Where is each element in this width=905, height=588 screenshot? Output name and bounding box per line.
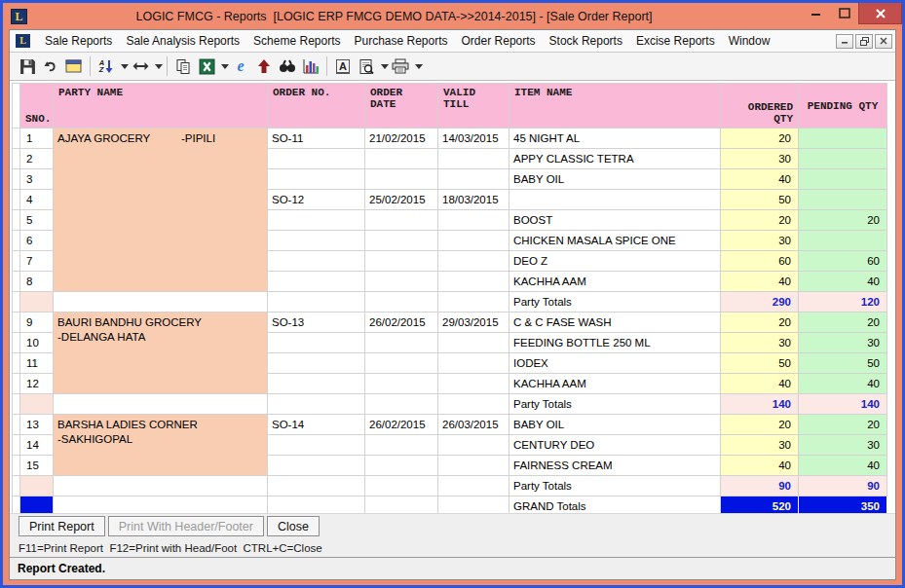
menu-stock-reports[interactable]: Stock Reports bbox=[543, 31, 629, 51]
pending-qty-cell[interactable] bbox=[799, 190, 887, 210]
order-no-cell[interactable] bbox=[268, 353, 365, 374]
item-name-cell[interactable]: BOOST bbox=[509, 210, 721, 231]
order-date-cell[interactable] bbox=[365, 149, 438, 169]
sno-cell[interactable]: 12 bbox=[20, 374, 54, 394]
sno-cell[interactable]: 9 bbox=[20, 312, 54, 333]
valid-till-cell[interactable]: 29/03/2015 bbox=[438, 312, 509, 333]
ordered-qty-cell[interactable]: 40 bbox=[721, 456, 799, 476]
ordered-qty-cell[interactable]: 50 bbox=[721, 190, 799, 210]
column-width-icon[interactable] bbox=[129, 55, 152, 78]
mdi-restore-icon[interactable] bbox=[855, 34, 873, 49]
sno-cell[interactable]: 14 bbox=[20, 435, 54, 456]
valid-till-cell[interactable] bbox=[438, 210, 509, 231]
ordered-qty-cell[interactable]: 20 bbox=[721, 210, 799, 231]
menu-excise-reports[interactable]: Excise Reports bbox=[629, 31, 722, 51]
sort-az-icon[interactable]: AZ bbox=[94, 55, 118, 78]
order-date-cell[interactable] bbox=[365, 251, 438, 272]
menu-sale-reports[interactable]: Sale Reports bbox=[38, 31, 119, 51]
valid-till-cell[interactable] bbox=[438, 456, 509, 476]
ordered-qty-cell[interactable]: 30 bbox=[721, 231, 799, 251]
maximize-icon[interactable] bbox=[830, 3, 858, 24]
print-preview-icon[interactable] bbox=[355, 55, 378, 78]
order-no-cell[interactable] bbox=[268, 251, 365, 272]
print-icon[interactable] bbox=[389, 55, 412, 78]
pending-qty-cell[interactable]: 40 bbox=[799, 272, 887, 292]
order-no-cell[interactable]: SO-12 bbox=[268, 190, 365, 210]
order-date-cell[interactable] bbox=[365, 435, 438, 456]
order-date-cell[interactable] bbox=[365, 169, 438, 190]
ordered-qty-cell[interactable]: 40 bbox=[721, 272, 799, 292]
order-date-cell[interactable]: 26/02/2015 bbox=[365, 415, 438, 435]
menu-scheme-reports[interactable]: Scheme Reports bbox=[246, 31, 347, 51]
item-name-cell[interactable]: CENTURY DEO bbox=[509, 435, 721, 456]
ordered-qty-cell[interactable]: 20 bbox=[721, 415, 799, 435]
order-no-cell[interactable] bbox=[268, 210, 365, 231]
order-date-cell[interactable] bbox=[365, 333, 438, 353]
sno-cell[interactable]: 15 bbox=[20, 456, 54, 476]
order-date-cell[interactable]: 21/02/2015 bbox=[365, 129, 438, 149]
pending-qty-cell[interactable]: 40 bbox=[799, 374, 887, 394]
order-no-cell[interactable] bbox=[268, 231, 365, 251]
valid-till-cell[interactable] bbox=[438, 231, 509, 251]
pending-qty-cell[interactable]: 40 bbox=[799, 456, 887, 476]
ordered-qty-cell[interactable]: 30 bbox=[721, 333, 799, 353]
sno-cell[interactable]: 7 bbox=[20, 251, 54, 272]
order-date-cell[interactable]: 26/02/2015 bbox=[365, 312, 438, 333]
item-name-cell[interactable] bbox=[509, 190, 721, 210]
item-name-cell[interactable]: FAIRNESS CREAM bbox=[509, 456, 721, 476]
valid-till-cell[interactable] bbox=[438, 353, 509, 374]
ordered-qty-cell[interactable]: 30 bbox=[721, 435, 799, 456]
save-icon[interactable] bbox=[16, 55, 39, 78]
header-ordered-qty[interactable]: ORDERED QTY bbox=[721, 84, 799, 129]
order-no-cell[interactable] bbox=[268, 435, 365, 456]
pending-qty-cell[interactable]: 60 bbox=[799, 251, 887, 272]
item-name-cell[interactable]: DEO Z bbox=[509, 251, 721, 272]
order-date-cell[interactable] bbox=[365, 272, 438, 292]
order-date-cell[interactable] bbox=[365, 456, 438, 476]
party-name-cell[interactable]: BAURI BANDHU GROCERY -DELANGA HATA bbox=[54, 312, 268, 394]
ordered-qty-cell[interactable]: 60 bbox=[721, 251, 799, 272]
item-name-cell[interactable]: 45 NIGHT AL bbox=[509, 129, 721, 149]
pending-qty-cell[interactable] bbox=[799, 129, 887, 149]
chevron-down-icon[interactable] bbox=[155, 64, 163, 69]
pending-qty-cell[interactable]: 20 bbox=[799, 210, 887, 231]
pending-qty-cell[interactable] bbox=[799, 231, 887, 251]
order-date-cell[interactable] bbox=[365, 210, 438, 231]
order-date-cell[interactable] bbox=[365, 231, 438, 251]
sno-cell[interactable]: 2 bbox=[20, 149, 54, 169]
order-no-cell[interactable] bbox=[268, 333, 365, 353]
chevron-down-icon[interactable] bbox=[221, 64, 229, 69]
item-name-cell[interactable]: C & C FASE WASH bbox=[509, 312, 721, 333]
item-name-cell[interactable]: APPY CLASSIC TETRA bbox=[509, 149, 721, 169]
upload-arrow-icon[interactable] bbox=[252, 55, 276, 78]
ordered-qty-cell[interactable]: 40 bbox=[721, 374, 799, 394]
valid-till-cell[interactable] bbox=[438, 333, 509, 353]
ordered-qty-cell[interactable]: 20 bbox=[721, 129, 799, 149]
valid-till-cell[interactable] bbox=[438, 374, 509, 394]
ordered-qty-cell[interactable]: 20 bbox=[721, 312, 799, 333]
find-icon[interactable] bbox=[276, 55, 299, 78]
item-name-cell[interactable]: CHICKEN MASALA SPICE ONE bbox=[509, 231, 721, 251]
pending-qty-cell[interactable]: 50 bbox=[799, 353, 887, 374]
pending-qty-cell[interactable] bbox=[799, 169, 887, 190]
item-name-cell[interactable]: IODEX bbox=[509, 353, 721, 374]
pending-qty-cell[interactable]: 20 bbox=[799, 415, 887, 435]
header-sno[interactable]: SNO. bbox=[20, 84, 54, 129]
valid-till-cell[interactable] bbox=[438, 272, 509, 292]
sno-cell[interactable]: 10 bbox=[20, 333, 54, 353]
header-order-no[interactable]: ORDER NO. bbox=[268, 84, 365, 129]
close-button[interactable]: Close bbox=[267, 516, 320, 536]
order-no-cell[interactable] bbox=[268, 149, 365, 169]
sno-cell[interactable]: 8 bbox=[20, 272, 54, 292]
valid-till-cell[interactable] bbox=[438, 149, 509, 169]
menu-sale-analysis-reports[interactable]: Sale Analysis Reports bbox=[119, 31, 246, 51]
order-no-cell[interactable]: SO-11 bbox=[268, 129, 365, 149]
valid-till-cell[interactable] bbox=[438, 251, 509, 272]
form-designer-icon[interactable] bbox=[62, 55, 86, 78]
copy-icon[interactable] bbox=[171, 55, 195, 78]
item-name-cell[interactable]: FEEDING BOTTLE 250 ML bbox=[509, 333, 721, 353]
order-no-cell[interactable] bbox=[268, 374, 365, 394]
order-no-cell[interactable] bbox=[268, 169, 365, 190]
ordered-qty-cell[interactable]: 50 bbox=[721, 353, 799, 374]
sno-cell[interactable]: 3 bbox=[20, 169, 54, 190]
